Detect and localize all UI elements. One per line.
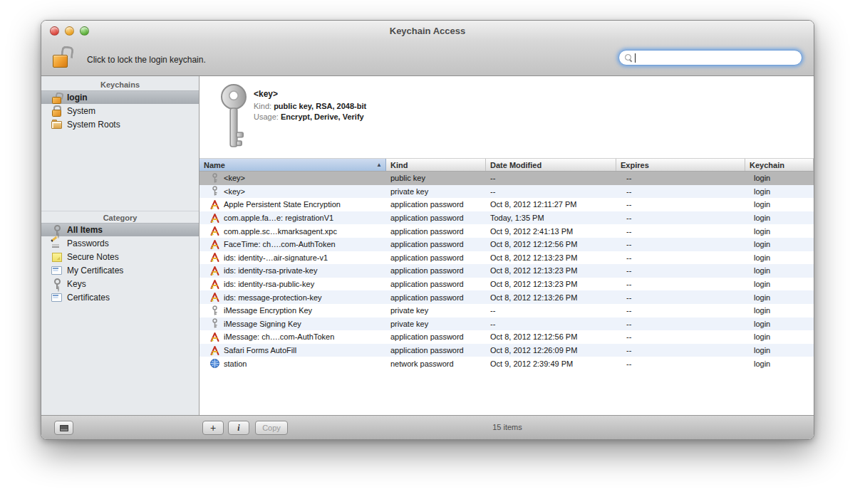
unlocked-padlock-icon[interactable] bbox=[51, 46, 76, 70]
toolbar: Click to lock the login keychain. bbox=[41, 41, 814, 76]
sort-ascending-icon: ▲ bbox=[376, 162, 382, 168]
application-password-icon bbox=[209, 239, 220, 250]
info-button[interactable]: i bbox=[228, 421, 249, 435]
items-count: 15 items bbox=[492, 423, 522, 431]
column-header-expires[interactable]: Expires ▲ bbox=[616, 159, 745, 171]
table-row-key[interactable]: <key> public key -- -- login bbox=[200, 172, 814, 185]
add-item-button[interactable]: + bbox=[202, 421, 224, 435]
column-header-keychain[interactable]: Keychain ▲ bbox=[745, 159, 814, 171]
sidebar: Keychains login System bbox=[41, 76, 200, 415]
table-row-facetime-ch-com-authtoken[interactable]: FaceTime: ch….com-AuthToken application … bbox=[200, 238, 814, 251]
table-row-imessage-encryption-key[interactable]: iMessage Encryption Key private key -- -… bbox=[200, 304, 814, 317]
column-header-date-modified[interactable]: Date Modified ▲ bbox=[486, 159, 616, 171]
main-pane: <key> Kind: public key, RSA, 2048-bit Us… bbox=[200, 76, 814, 415]
column-header-kind[interactable]: Kind ▲ bbox=[386, 159, 486, 171]
column-header-name[interactable]: Name ▲ bbox=[200, 159, 386, 171]
title-bar[interactable]: Keychain Access bbox=[41, 21, 814, 41]
copy-button[interactable]: Copy bbox=[255, 421, 288, 435]
table-header: Name ▲ Kind ▲ Date Modified ▲ bbox=[200, 159, 814, 172]
key-icon bbox=[209, 173, 220, 184]
search-field[interactable] bbox=[618, 50, 802, 65]
application-password-icon bbox=[209, 213, 220, 224]
window-title: Keychain Access bbox=[41, 26, 814, 36]
application-password-icon bbox=[209, 252, 220, 263]
sidebar-keychain-login[interactable]: login bbox=[41, 90, 199, 104]
table-row-imessage-signing-key[interactable]: iMessage Signing Key private key -- -- l… bbox=[200, 317, 814, 331]
application-password-icon bbox=[209, 199, 220, 210]
application-password-icon bbox=[209, 266, 220, 276]
table-row-ids-identity-rsa-private-key[interactable]: ids: identity-rsa-private-key applicatio… bbox=[200, 264, 814, 278]
sidebar-category-secure-notes[interactable]: Secure Notes bbox=[41, 250, 199, 263]
key-icon bbox=[215, 83, 252, 152]
detail-usage-value: Encrypt, Derive, Verify bbox=[281, 112, 364, 121]
lock-keychain-message[interactable]: Click to lock the login keychain. bbox=[87, 55, 206, 65]
window-content: Keychains login System bbox=[41, 76, 814, 415]
cert-badge-icon bbox=[51, 265, 62, 275]
keychain-access-window: Keychain Access Click to lock the login … bbox=[41, 20, 814, 440]
key-icon bbox=[209, 318, 220, 329]
show-keychains-icon bbox=[60, 425, 68, 431]
key-icon bbox=[51, 278, 62, 289]
keychains-list: login System System Roots bbox=[41, 90, 199, 131]
key-icon bbox=[209, 305, 220, 316]
pencil-icon bbox=[51, 238, 62, 248]
sidebar-category-keys[interactable]: Keys bbox=[41, 277, 199, 290]
table-row-ids-identity-air-signature-v1[interactable]: ids: identity-…air-signature-v1 applicat… bbox=[200, 251, 814, 265]
keychains-section-header: Keychains bbox=[41, 80, 199, 90]
network-globe-icon bbox=[209, 358, 220, 369]
item-detail-pane: <key> Kind: public key, RSA, 2048-bit Us… bbox=[200, 76, 814, 159]
table-row-apple-persistent-state-encryption[interactable]: Apple Persistent State Encryption applic… bbox=[200, 198, 814, 211]
detail-kind-label: Kind: bbox=[254, 102, 271, 110]
toggle-keychains-button[interactable] bbox=[54, 421, 73, 435]
table-row-ids-identity-rsa-public-key[interactable]: ids: identity-rsa-public-key application… bbox=[200, 278, 814, 291]
sidebar-category-my-certificates[interactable]: My Certificates bbox=[41, 263, 199, 277]
application-password-icon bbox=[209, 332, 220, 342]
table-row-station[interactable]: station network password Oct 9, 2012 2:3… bbox=[200, 357, 814, 370]
category-section-header: Category bbox=[41, 211, 199, 223]
empty-list-area bbox=[200, 370, 814, 415]
application-password-icon bbox=[209, 226, 220, 236]
lock-open-icon bbox=[51, 93, 62, 103]
item-list: <key> public key -- -- login bbox=[200, 172, 814, 370]
keychain-icon bbox=[51, 225, 62, 236]
table-row-ids-message-protection-key[interactable]: ids: message-protection-key application … bbox=[200, 290, 814, 304]
status-bar: + i Copy 15 items bbox=[41, 415, 814, 439]
search-input[interactable] bbox=[636, 52, 802, 63]
application-password-icon bbox=[209, 292, 220, 303]
sidebar-category-passwords[interactable]: Passwords bbox=[41, 236, 199, 250]
lock-icon bbox=[51, 105, 62, 116]
sidebar-category-all-items[interactable]: All Items bbox=[41, 223, 199, 236]
table-row-key[interactable]: <key> private key -- -- login bbox=[200, 185, 814, 199]
category-list: All Items Passwords Secure Notes bbox=[41, 223, 199, 304]
note-icon bbox=[51, 251, 62, 262]
sidebar-keychain-system[interactable]: System bbox=[41, 104, 199, 117]
application-password-icon bbox=[209, 345, 220, 356]
sidebar-keychain-system-roots[interactable]: System Roots bbox=[41, 117, 199, 131]
detail-usage-label: Usage: bbox=[254, 112, 279, 121]
detail-title: <key> bbox=[254, 89, 366, 99]
detail-kind-value: public key, RSA, 2048-bit bbox=[274, 102, 366, 110]
table-row-com-apple-sc-kmarksagent-xpc[interactable]: com.apple.sc…kmarksagent.xpc application… bbox=[200, 224, 814, 238]
search-icon[interactable] bbox=[625, 54, 633, 62]
application-password-icon bbox=[209, 279, 220, 290]
table-row-imessage-ch-com-authtoken[interactable]: iMessage: ch….com-AuthToken application … bbox=[200, 330, 814, 344]
desktop-background: Keychain Access Click to lock the login … bbox=[0, 0, 855, 504]
key-icon bbox=[209, 186, 220, 196]
table-row-safari-forms-autofill[interactable]: Safari Forms AutoFill application passwo… bbox=[200, 344, 814, 357]
sidebar-category-certificates[interactable]: Certificates bbox=[41, 290, 199, 304]
table-row-com-apple-fa-e-registrationv1[interactable]: com.apple.fa…e: registrationV1 applicati… bbox=[200, 211, 814, 225]
cert-icon bbox=[51, 292, 62, 303]
folder-certs-icon bbox=[51, 119, 62, 130]
